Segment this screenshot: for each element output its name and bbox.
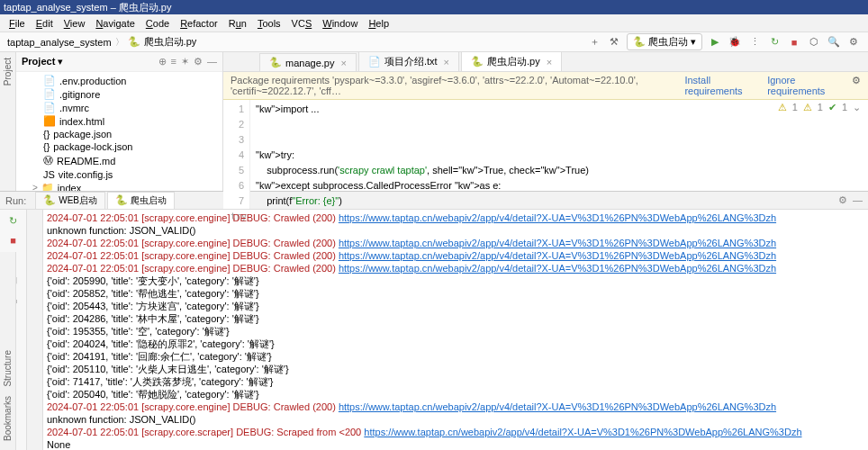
run-tab[interactable]: 🐍WEB启动 [35,192,105,210]
menu-help[interactable]: Help [363,18,394,29]
console-line: None [47,438,864,450]
console-output[interactable]: 2024-07-01 22:05:01 [scrapy.core.engine]… [43,210,868,450]
close-icon[interactable]: × [340,58,346,68]
menu-navigate[interactable]: Navigate [90,18,140,29]
menu-window[interactable]: Window [317,18,363,29]
py-icon: 🐍 [269,57,282,68]
project-tool-tab[interactable]: Project [3,58,13,86]
more-run-icon[interactable]: ⋮ [747,35,762,50]
project-pane: Project ▾ ⊕ ≡ ✶ ⚙ — 📄.env.production📄.gi… [16,52,223,191]
stop-button[interactable]: ■ [6,233,21,248]
console-line: 2024-07-01 22:05:01 [scrapy.core.engine]… [47,249,864,262]
tree-item[interactable]: 📄.env.production [16,74,222,87]
expand-icon[interactable]: ≡ [171,56,176,68]
url-link[interactable]: https://www.taptap.cn/webapiv2/app/v4/de… [339,401,776,412]
tree-item[interactable]: 🟧index.html [16,114,222,128]
run-tab[interactable]: 🐍爬虫启动 [107,192,175,210]
collapse-icon[interactable]: ✶ [181,56,189,68]
run-button[interactable]: ▶ [708,35,722,50]
debug-button[interactable]: 🐞 [728,35,742,50]
console-line: 2024-07-01 22:05:01 [scrapy.core.engine]… [47,212,864,224]
run-config-name: 爬虫启动 [648,35,688,49]
titlebar: taptap_analyse_system – 爬虫启动.py [0,0,868,14]
warning-icon: ⚠ [778,102,787,113]
url-link[interactable]: https://www.taptap.cn/webapiv2/app/v4/de… [339,238,776,248]
toolbar: ＋ ⚒ 🐍 爬虫启动 ▾ ▶ 🐞 ⋮ ↻ ■ ⬡ 🔍 ⚙ [587,33,861,50]
breadcrumb-file[interactable]: 爬虫启动.py [144,35,197,49]
structure-tool-tab[interactable]: Structure [3,350,13,387]
ignore-requirements-link[interactable]: Ignore requirements [767,75,843,96]
console-line: unknown function: JSON_VALID() [47,413,864,426]
breadcrumb-project[interactable]: taptap_analyse_system [7,37,112,48]
git-icon[interactable]: ⬡ [807,35,821,50]
rerun-button[interactable]: ↻ [6,213,21,228]
settings-icon[interactable]: ⚙ [852,75,861,96]
tree-item[interactable]: 📄.gitignore [16,87,222,101]
console-line: {'oid': 205990, 'title': '变大变小', 'catego… [47,274,864,287]
hide-icon[interactable]: — [207,56,217,68]
editor-tab[interactable]: 🐍爬虫启动.py× [461,51,562,71]
json-icon: {} [43,141,50,152]
py-icon: 🐍 [471,56,484,68]
html-icon: 🟧 [43,115,56,127]
stop-button[interactable]: ■ [787,35,801,50]
console-line: {'oid': 195355, 'title': '空', 'category'… [47,325,864,338]
tree-item[interactable]: 📄.nvmrc [16,101,222,114]
install-requirements-link[interactable]: Install requirements [684,75,758,96]
menu-file[interactable]: File [4,18,31,29]
bookmarks-tool-tab[interactable]: Bookmarks [3,396,13,441]
console-line: {'oid': 205110, 'title': '火柴人末日逃生', 'cat… [47,363,864,375]
run-label: Run: [5,195,26,206]
requirements-banner: Package requirements 'pyspark~=3.3.0', '… [223,72,868,100]
json-icon: {} [43,129,50,140]
left-tool-strip: Project [0,52,16,191]
console-line: {'oid': 204286, 'title': '林中木屋', 'catego… [47,312,864,325]
tree-item[interactable]: >📁index [16,181,222,191]
select-opened-icon[interactable]: ⊕ [158,56,167,68]
hammer-icon[interactable]: ⚒ [607,35,621,50]
search-icon[interactable]: 🔍 [827,35,841,50]
close-icon[interactable]: × [547,57,552,68]
console-line: unknown function: JSON_VALID() [47,224,864,237]
console-line: {'oid': 204024, 'title': '隐秘的原罪2', 'cate… [47,338,864,350]
add-button[interactable]: ＋ [587,35,601,50]
rerun-button[interactable]: ↻ [767,35,782,50]
weak-warning-icon: ⚠ [803,102,812,113]
settings-icon[interactable]: ⚙ [194,56,203,68]
console-line: {'oid': 71417, 'title': '人类跌落梦境', 'categ… [47,375,864,388]
js-icon: JS [43,169,55,180]
python-icon: 🐍 [43,194,56,206]
console-line: 2024-07-01 22:05:01 [scrapy.core.engine]… [47,262,864,274]
menu-vcs[interactable]: VCS [286,18,318,29]
code-editor[interactable]: 1234567 "kw">import ... "kw">try: subpro… [223,100,868,209]
tree-item[interactable]: JSvite.config.js [16,168,222,181]
tree-item[interactable]: {}package-lock.json [16,140,222,153]
url-link[interactable]: https://www.taptap.cn/webapiv2/app/v4/de… [339,212,776,223]
code-lines[interactable]: "kw">import ... "kw">try: subprocess.run… [250,100,868,209]
menu-run[interactable]: Run [223,18,252,29]
console-line: {'oid': 204191, 'title': '回廊:余仁仁', 'cate… [47,350,864,363]
editor-tab[interactable]: 📄项目介绍.txt× [358,51,459,71]
menu-edit[interactable]: Edit [31,18,59,29]
inspection-indicators[interactable]: ⚠1 ⚠1 ✔1 ⌄ [778,102,861,113]
python-icon: 🐍 [128,36,140,48]
txt-icon: 📄 [368,56,381,68]
editor-tab[interactable]: 🐍manage.py× [259,53,357,71]
tree-item[interactable]: ⓂREADME.md [16,153,222,168]
console-line: 2024-07-01 22:05:01 [scrapy.core.engine]… [47,237,864,249]
url-link[interactable]: https://www.taptap.cn/webapiv2/app/v4/de… [339,250,776,261]
url-link[interactable]: https://www.taptap.cn/webapiv2/app/v4/de… [364,427,801,437]
run-config-selector[interactable]: 🐍 爬虫启动 ▾ [627,33,702,50]
menu-tools[interactable]: Tools [252,18,286,29]
menu-refactor[interactable]: Refactor [175,18,223,29]
menu-view[interactable]: View [59,18,91,29]
menu-code[interactable]: Code [140,18,175,29]
url-link[interactable]: https://www.taptap.cn/webapiv2/app/v4/de… [339,263,776,274]
gutter: 1234567 [223,100,250,209]
python-icon: 🐍 [633,36,646,48]
project-header: Project ▾ [22,56,63,68]
close-icon[interactable]: × [444,57,449,68]
project-tree[interactable]: 📄.env.production📄.gitignore📄.nvmrc🟧index… [16,72,222,191]
tree-item[interactable]: {}package.json [16,128,222,140]
settings-icon[interactable]: ⚙ [846,35,861,50]
